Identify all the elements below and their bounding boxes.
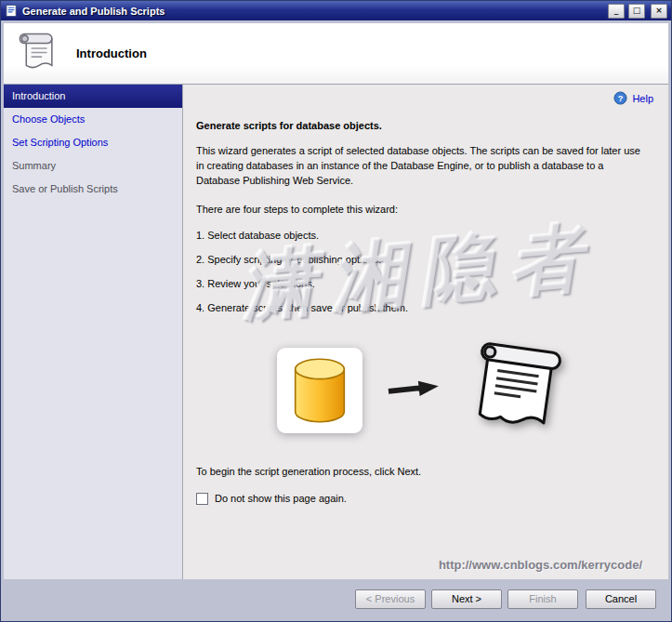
next-button[interactable]: Next >: [431, 589, 502, 609]
help-link[interactable]: ? Help: [613, 91, 653, 105]
dont-show-checkbox[interactable]: [196, 493, 208, 505]
step-item: 1. Select database objects.: [196, 230, 650, 241]
dont-show-row: Do not show this page again.: [196, 493, 650, 505]
steps-list: 1. Select database objects. 2. Specify s…: [196, 230, 650, 313]
illustration-row: [196, 337, 650, 443]
wizard-window: Generate and Publish Scripts _ □ × Intro…: [0, 0, 672, 622]
page-title: Introduction: [76, 46, 147, 60]
sidebar-item-save-or-publish: Save or Publish Scripts: [4, 178, 182, 201]
page-banner: Introduction: [4, 23, 668, 85]
finish-button: Finish: [507, 589, 578, 609]
svg-text:?: ?: [618, 94, 624, 103]
wizard-steps-sidebar: Introduction Choose Objects Set Scriptin…: [4, 85, 183, 579]
database-icon: [277, 348, 362, 433]
watermark-url: http://www.cnblogs.com/kerrycode/: [439, 558, 642, 572]
sidebar-item-introduction[interactable]: Introduction: [4, 85, 182, 108]
script-scroll-icon: [465, 337, 569, 443]
close-icon[interactable]: ×: [651, 4, 667, 19]
sidebar-item-choose-objects[interactable]: Choose Objects: [4, 108, 182, 131]
window-body: Introduction Introduction Choose Objects…: [1, 20, 671, 621]
sidebar-item-summary: Summary: [4, 154, 182, 178]
titlebar: Generate and Publish Scripts _ □ ×: [1, 1, 671, 20]
step-item: 4. Generate scripts, then save or publis…: [196, 302, 650, 313]
minimize-icon[interactable]: _: [608, 4, 625, 19]
maximize-icon[interactable]: □: [628, 4, 645, 19]
step-item: 2. Specify scripting or publishing optio…: [196, 254, 650, 265]
steps-intro: There are four steps to complete this wi…: [196, 204, 650, 215]
sidebar-item-set-scripting-options[interactable]: Set Scripting Options: [4, 131, 182, 154]
scroll-icon: [15, 30, 58, 78]
arrow-icon: [387, 377, 441, 404]
content-panel: ? Help Generate scripts for database obj…: [183, 85, 668, 579]
dont-show-label: Do not show this page again.: [215, 493, 347, 504]
button-bar: < Previous Next > Finish Cancel: [4, 579, 668, 618]
step-item: 3. Review your selections.: [196, 278, 650, 289]
cancel-button[interactable]: Cancel: [586, 589, 656, 609]
intro-paragraph: This wizard generates a script of select…: [196, 144, 642, 189]
help-icon: ?: [613, 91, 627, 105]
previous-button: < Previous: [355, 589, 426, 609]
content-heading: Generate scripts for database objects.: [196, 120, 650, 131]
window-icon[interactable]: [5, 4, 19, 18]
help-label: Help: [632, 93, 653, 104]
window-title: Generate and Publish Scripts: [22, 6, 604, 17]
main-area: Introduction Choose Objects Set Scriptin…: [4, 85, 668, 579]
closing-text: To begin the script generation process, …: [196, 466, 650, 477]
